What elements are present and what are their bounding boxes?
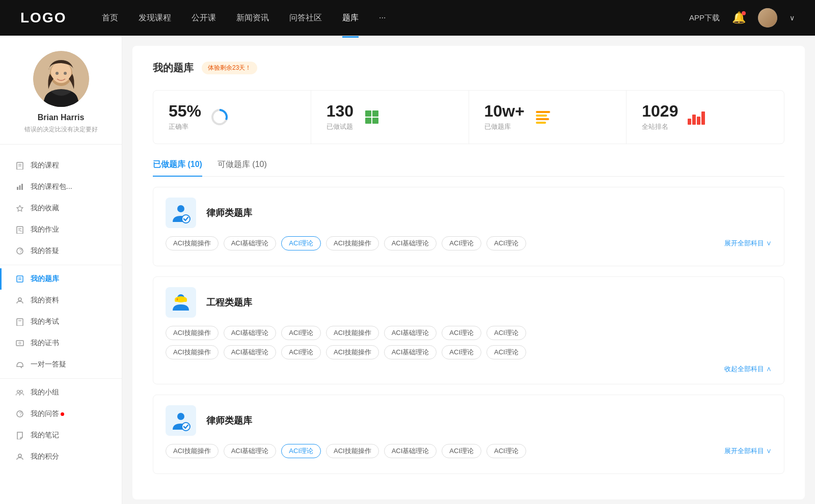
sidebar-item-cert[interactable]: 我的证书 — [0, 332, 122, 354]
nav-qa[interactable]: 问答社区 — [289, 11, 322, 25]
logo[interactable]: LOGO — [20, 10, 71, 26]
qbank-icon — [15, 274, 24, 284]
notification-bell[interactable]: 🔔 — [732, 11, 746, 24]
sidebar-item-homework[interactable]: 我的作业 — [0, 219, 122, 240]
stat-rank-number: 1029 — [642, 103, 678, 119]
svg-text:?: ? — [19, 248, 22, 254]
tag-item[interactable]: ACI基础理论 — [224, 326, 277, 340]
svg-point-4 — [56, 72, 59, 75]
sidebar-item-profile[interactable]: 我的资料 — [0, 290, 122, 311]
tag-item-active[interactable]: ACI理论 — [281, 444, 321, 458]
notification-dot — [742, 11, 746, 15]
tag-item[interactable]: ACI理论 — [442, 345, 481, 359]
tag-item[interactable]: ACI基础理论 — [224, 444, 277, 458]
tag-item[interactable]: ACI技能操作 — [166, 236, 219, 250]
tag-item[interactable]: ACI理论 — [486, 444, 526, 458]
svg-point-24 — [19, 342, 21, 344]
sidebar-label-notes: 我的笔记 — [31, 431, 59, 440]
tab-available-banks[interactable]: 可做题库 (10) — [218, 159, 267, 176]
tag-item[interactable]: ACI理论 — [486, 236, 526, 250]
favorites-icon — [15, 204, 24, 213]
stat-done-questions-label: 已做试题 — [327, 122, 354, 131]
one-on-one-icon — [15, 360, 24, 369]
tag-item[interactable]: ACI基础理论 — [224, 345, 277, 359]
tag-item[interactable]: ACI基础理论 — [384, 236, 437, 250]
exam-icon — [15, 317, 24, 326]
sidebar-item-qa[interactable]: ? 我的答疑 — [0, 240, 122, 262]
avatar-chevron-icon[interactable]: ∨ — [790, 14, 795, 22]
sidebar-item-questions[interactable]: ? 我的问答 — [0, 403, 122, 425]
tag-item[interactable]: ACI理论 — [486, 326, 526, 340]
nav-open-course[interactable]: 公开课 — [192, 11, 216, 25]
sidebar-label-qa: 我的答疑 — [31, 246, 59, 256]
main-layout: Brian Harris 错误的决定比没有决定要好 我的课程 我的课程包... — [0, 36, 815, 504]
nav-discover[interactable]: 发现课程 — [139, 11, 171, 25]
sidebar-label-exam: 我的考试 — [31, 317, 59, 326]
accuracy-chart-icon — [209, 107, 230, 127]
nav-more[interactable]: ··· — [379, 11, 386, 24]
done-questions-icon — [362, 107, 382, 127]
tag-item[interactable]: ACI基础理论 — [384, 345, 437, 359]
tag-item[interactable]: ACI理论 — [442, 326, 481, 340]
sidebar-item-course-pkg[interactable]: 我的课程包... — [0, 176, 122, 198]
expand-link-lawyer-2[interactable]: 展开全部科目 ∨ — [724, 446, 772, 456]
svg-point-32 — [215, 113, 224, 121]
tag-item[interactable]: ACI基础理论 — [384, 326, 437, 340]
qbank-header-engineer: 工程类题库 — [166, 287, 772, 318]
tag-item[interactable]: ACI技能操作 — [326, 236, 379, 250]
sidebar: Brian Harris 错误的决定比没有决定要好 我的课程 我的课程包... — [0, 36, 122, 504]
sidebar-label-cert: 我的证书 — [31, 339, 59, 348]
sidebar-label-group: 我的小组 — [31, 388, 59, 397]
tag-item[interactable]: ACI理论 — [442, 236, 481, 250]
course-icon — [15, 161, 24, 170]
sidebar-item-favorites[interactable]: 我的收藏 — [0, 198, 122, 219]
sidebar-label-favorites: 我的收藏 — [31, 204, 59, 213]
sidebar-label-questions: 我的问答 — [31, 409, 59, 418]
nav-qbank[interactable]: 题库 — [342, 11, 359, 25]
tab-done-banks[interactable]: 已做题库 (10) — [153, 159, 202, 176]
qbank-tags-lawyer-1: ACI技能操作 ACI基础理论 ACI理论 ACI技能操作 ACI基础理论 AC… — [166, 236, 772, 250]
qbank-title-lawyer-1: 律师类题库 — [206, 207, 252, 219]
sidebar-item-1on1[interactable]: 一对一答疑 — [0, 354, 122, 375]
nav-home[interactable]: 首页 — [102, 11, 118, 25]
page-title: 我的题库 — [153, 61, 194, 75]
tag-item[interactable]: ACI理论 — [281, 326, 321, 340]
sidebar-item-notes[interactable]: 我的笔记 — [0, 425, 122, 446]
stat-done-banks-label: 已做题库 — [484, 122, 525, 131]
sidebar-item-points[interactable]: 我的积分 — [0, 446, 122, 467]
points-icon — [15, 452, 24, 461]
user-avatar[interactable] — [758, 8, 777, 27]
tag-item[interactable]: ACI技能操作 — [166, 345, 219, 359]
sidebar-label-profile: 我的资料 — [31, 296, 59, 305]
questions-icon: ? — [15, 409, 24, 418]
tag-item[interactable]: ACI理论 — [442, 444, 481, 458]
sidebar-item-my-course[interactable]: 我的课程 — [0, 155, 122, 176]
sidebar-menu: 我的课程 我的课程包... 我的收藏 我的作业 — [0, 150, 122, 472]
tag-item[interactable]: ACI基础理论 — [224, 236, 277, 250]
tag-item[interactable]: ACI技能操作 — [166, 326, 219, 340]
list-icon — [536, 111, 550, 124]
tag-item[interactable]: ACI技能操作 — [166, 444, 219, 458]
qbank-item-engineer: 工程类题库 ACI技能操作 ACI基础理论 ACI理论 ACI技能操作 ACI基… — [153, 276, 784, 384]
stat-accuracy: 55% 正确率 — [153, 91, 311, 144]
qbank-tags-engineer-row1: ACI技能操作 ACI基础理论 ACI理论 ACI技能操作 ACI基础理论 AC… — [166, 326, 772, 340]
collapse-link-engineer[interactable]: 收起全部科目 ∧ — [166, 365, 772, 374]
tag-item[interactable]: ACI基础理论 — [384, 444, 437, 458]
sidebar-item-exam[interactable]: 我的考试 — [0, 311, 122, 332]
tag-item[interactable]: ACI技能操作 — [326, 444, 379, 458]
tag-item[interactable]: ACI技能操作 — [326, 326, 379, 340]
tag-item-active[interactable]: ACI理论 — [281, 236, 321, 250]
tag-item[interactable]: ACI技能操作 — [326, 345, 379, 359]
qbank-engineer-icon-circle — [166, 287, 196, 318]
page-header: 我的题库 体验剩余23天！ — [153, 61, 784, 75]
svg-rect-11 — [21, 184, 23, 190]
group-icon — [15, 388, 24, 397]
app-download-link[interactable]: APP下载 — [689, 13, 720, 23]
expand-link-lawyer-1[interactable]: 展开全部科目 ∨ — [724, 239, 772, 248]
tag-item[interactable]: ACI理论 — [281, 345, 321, 359]
tag-item[interactable]: ACI理论 — [486, 345, 526, 359]
nav-news[interactable]: 新闻资讯 — [236, 11, 269, 25]
sidebar-item-group[interactable]: 我的小组 — [0, 382, 122, 403]
sidebar-item-qbank[interactable]: 我的题库 — [0, 268, 122, 290]
done-banks-icon — [533, 107, 553, 127]
